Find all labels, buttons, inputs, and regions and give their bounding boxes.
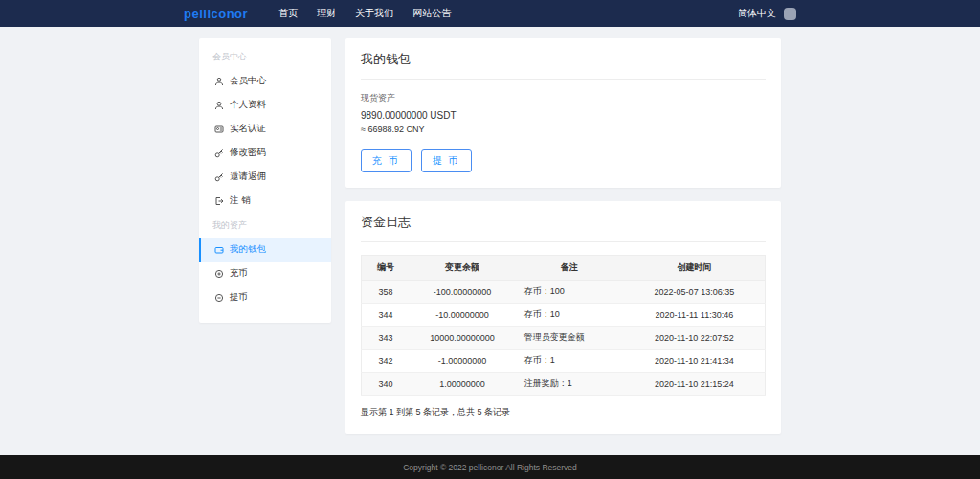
sidebar-item-change-password[interactable]: 修改密码 — [199, 141, 331, 165]
sidebar: 会员中心 会员中心 个人资料 实名认证 修改密码 邀请返佣 注 销 我的资产 — [199, 38, 331, 323]
sidebar-item-deposit[interactable]: 充币 — [199, 262, 331, 285]
sidebar-item-withdraw[interactable]: 提币 — [199, 285, 331, 309]
sidebar-item-label: 邀请返佣 — [230, 171, 266, 183]
usdt-balance: 9890.00000000 USDT — [361, 110, 766, 121]
table-row: 342 -1.00000000 存币：1 2020-11-10 21:41:34 — [362, 350, 766, 373]
nav-menu: 首页 理财 关于我们 网站公告 — [278, 7, 451, 20]
cell-note: 存币：1 — [515, 350, 624, 373]
sidebar-item-profile[interactable]: 个人资料 — [199, 93, 331, 117]
sidebar-item-label: 修改密码 — [230, 147, 266, 159]
table-row: 340 1.00000000 注册奖励：1 2020-11-10 21:15:2… — [362, 373, 766, 396]
sidebar-section-member: 会员中心 — [199, 44, 331, 69]
sidebar-item-label: 实名认证 — [230, 123, 266, 135]
cell-amount: -100.00000000 — [410, 281, 515, 304]
fund-log-title: 资金日志 — [361, 214, 766, 242]
user-icon — [214, 77, 224, 86]
page-footer: Copyright © 2022 pelliconor All Rights R… — [0, 455, 980, 479]
table-row: 343 10000.00000000 管理员变更金额 2020-11-10 22… — [362, 327, 766, 350]
cell-amount: -10.00000000 — [410, 304, 515, 327]
cell-time: 2020-11-11 11:30:46 — [624, 304, 766, 327]
sidebar-item-label: 个人资料 — [230, 99, 266, 111]
column-header-amount: 变更余额 — [410, 256, 515, 281]
top-navbar: pelliconor 首页 理财 关于我们 网站公告 简体中文 — [0, 0, 980, 27]
cell-amount: 10000.00000000 — [410, 327, 515, 350]
sidebar-item-label: 我的钱包 — [230, 243, 266, 256]
cny-equivalent: ≈ 66988.92 CNY — [361, 125, 766, 134]
column-header-id: 编号 — [362, 256, 411, 281]
sidebar-item-label: 注 销 — [230, 194, 251, 207]
cell-note: 存币：100 — [515, 281, 624, 304]
language-selector[interactable]: 简体中文 — [738, 7, 776, 20]
wallet-icon — [214, 245, 224, 255]
sidebar-item-label: 会员中心 — [230, 75, 266, 87]
brand-logo[interactable]: pelliconor — [184, 7, 248, 21]
sidebar-item-my-wallet[interactable]: 我的钱包 — [199, 238, 331, 262]
profile-icon — [214, 101, 224, 110]
cell-time: 2022-05-07 13:06:35 — [624, 281, 766, 304]
logout-icon — [214, 196, 224, 206]
deposit-icon — [214, 269, 224, 279]
table-header-row: 编号 变更余额 备注 创建时间 — [362, 256, 766, 281]
nav-item-home[interactable]: 首页 — [278, 7, 298, 20]
cell-note: 管理员变更金额 — [515, 327, 624, 350]
fund-log-table: 编号 变更余额 备注 创建时间 358 -100.00000000 存币：100… — [361, 255, 766, 396]
id-card-icon — [214, 125, 224, 134]
sidebar-item-member-center[interactable]: 会员中心 — [199, 69, 331, 93]
fund-log-card: 资金日志 编号 变更余额 备注 创建时间 358 -100.00000000 存… — [345, 201, 781, 434]
sidebar-item-referral[interactable]: 邀请返佣 — [199, 165, 331, 189]
nav-item-finance[interactable]: 理财 — [317, 7, 336, 20]
cell-time: 2020-11-10 21:41:34 — [624, 350, 766, 373]
withdraw-button[interactable]: 提 币 — [421, 149, 472, 172]
column-header-note: 备注 — [515, 256, 624, 281]
table-record-summary: 显示第 1 到第 5 条记录，总共 5 条记录 — [361, 406, 766, 419]
cell-id: 340 — [362, 373, 411, 396]
withdraw-icon — [214, 293, 224, 303]
copyright-text: Copyright © 2022 pelliconor All Rights R… — [403, 463, 577, 472]
nav-item-announcements[interactable]: 网站公告 — [412, 7, 451, 20]
table-row: 344 -10.00000000 存币：10 2020-11-11 11:30:… — [362, 304, 766, 327]
key-icon — [214, 172, 224, 182]
cell-id: 358 — [362, 281, 411, 304]
sidebar-item-label: 充币 — [230, 267, 248, 280]
cell-time: 2020-11-10 21:15:24 — [624, 373, 766, 396]
sidebar-section-assets: 我的资产 — [199, 213, 331, 238]
cell-amount: -1.00000000 — [410, 350, 515, 373]
cell-id: 342 — [362, 350, 411, 373]
sidebar-item-kyc[interactable]: 实名认证 — [199, 117, 331, 141]
cell-time: 2020-11-10 22:07:52 — [624, 327, 766, 350]
cell-note: 存币：10 — [515, 304, 624, 327]
cell-id: 344 — [362, 304, 411, 327]
cell-note: 注册奖励：1 — [515, 373, 624, 396]
sidebar-item-label: 提币 — [230, 291, 248, 304]
cell-id: 343 — [362, 327, 411, 350]
user-avatar[interactable] — [784, 8, 796, 20]
sidebar-item-logout[interactable]: 注 销 — [199, 189, 331, 213]
page-content: 会员中心 会员中心 个人资料 实名认证 修改密码 邀请返佣 注 销 我的资产 — [199, 38, 781, 455]
column-header-time: 创建时间 — [624, 256, 766, 281]
table-row: 358 -100.00000000 存币：100 2022-05-07 13:0… — [362, 281, 766, 304]
spot-asset-label: 现货资产 — [361, 92, 766, 104]
nav-item-about[interactable]: 关于我们 — [355, 7, 393, 20]
key-icon — [214, 148, 224, 158]
wallet-card-title: 我的钱包 — [361, 51, 766, 80]
cell-amount: 1.00000000 — [410, 373, 515, 396]
deposit-button[interactable]: 充 币 — [361, 149, 412, 172]
wallet-card: 我的钱包 现货资产 9890.00000000 USDT ≈ 66988.92 … — [345, 38, 781, 188]
main-area: 我的钱包 现货资产 9890.00000000 USDT ≈ 66988.92 … — [345, 38, 781, 434]
